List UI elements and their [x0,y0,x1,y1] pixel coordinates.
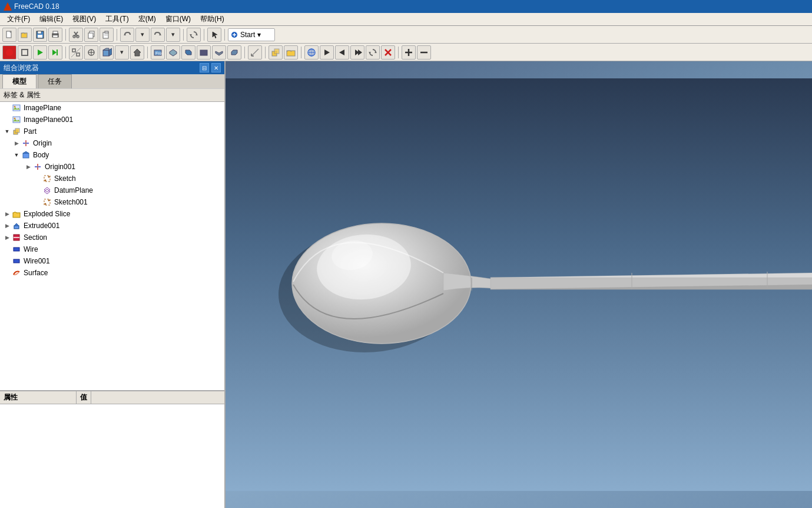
top-view-button[interactable] [166,45,180,60]
svg-point-89 [45,203,47,205]
props-col-value: 值 [77,391,91,404]
pin-button[interactable]: ⊟ [200,63,209,72]
origin001-icon [33,162,42,171]
menu-view[interactable]: 视图(V) [68,13,101,25]
left-view-button[interactable] [227,45,241,60]
home-view-button[interactable] [130,45,144,60]
menu-file[interactable]: 文件(F) [2,13,35,25]
redo-dropdown[interactable]: ▾ [166,28,180,42]
part-button[interactable] [269,45,283,60]
menu-edit[interactable]: 编辑(E) [35,13,68,25]
extrude-arrow[interactable]: ▶ [2,221,12,230]
separator [65,29,66,41]
folder-button[interactable] [284,45,298,60]
close-panel-button[interactable]: ✕ [211,63,221,72]
nav-refresh-button[interactable] [366,45,380,60]
undo-dropdown[interactable]: ▾ [135,28,150,42]
menu-tools[interactable]: 工具(T) [101,13,133,25]
svg-rect-4 [38,31,41,34]
separator3 [183,29,184,41]
tree-label-datumplane: DatumPlane [54,186,93,194]
cut-button[interactable] [69,28,83,42]
nav-next-button[interactable] [350,45,364,60]
paste-button[interactable] [100,28,114,42]
sep-t2-1 [65,47,66,58]
menu-bar: 文件(F) 编辑(E) 视图(V) 工具(T) 宏(M) 窗口(W) 帮助(H) [0,13,812,26]
svg-rect-97 [14,248,19,251]
3dview-button[interactable] [100,45,114,60]
tree-item-sketch001[interactable]: ▶ Sketch001 [0,196,224,208]
tree-item-section[interactable]: ▶ Section [0,232,224,243]
tree-item-wire001[interactable]: ▶ Wire001 [0,255,224,267]
section-arrow[interactable]: ▶ [2,233,12,242]
tree-item-origin[interactable]: ▶ Origin [0,137,224,149]
part-icon [12,127,21,136]
menu-help[interactable]: 帮助(H) [195,13,229,25]
fit-sel-button[interactable] [84,45,98,60]
part-arrow[interactable]: ▼ [2,127,12,136]
tree-item-sketch[interactable]: ▶ Sketch [0,173,224,184]
open-button[interactable] [18,28,32,42]
workbench-label: Start [240,31,255,39]
tab-model[interactable]: 模型 [2,74,37,88]
right-view-button[interactable] [181,45,195,60]
tree-item-body[interactable]: ▼ Body [0,149,224,161]
new-button[interactable] [2,28,16,42]
zoom-in-button[interactable] [402,45,416,60]
menu-window[interactable]: 窗口(W) [161,13,195,25]
workbench-dropdown[interactable]: Start ▾ [228,28,275,41]
refresh-button[interactable] [187,28,201,42]
tree-label-sketch001: Sketch001 [54,198,88,206]
exploded-arrow[interactable]: ▶ [2,209,12,219]
tree-label-sketch: Sketch [54,174,76,183]
pointer-button[interactable] [207,28,221,42]
tree-label-wire: Wire [24,245,38,253]
zoom-out-button[interactable] [417,45,431,60]
tree-item-extrude001[interactable]: ▶ Extrude001 [0,220,224,232]
save-button[interactable] [33,28,47,42]
bottom-view-button[interactable] [212,45,226,60]
svg-marker-41 [170,50,177,56]
origin001-arrow[interactable]: ▶ [24,162,33,171]
web-button[interactable] [304,45,319,60]
view-dropdown[interactable]: ▾ [115,45,129,60]
tree-item-wire[interactable]: ▶ Wire [0,243,224,255]
measure-button[interactable] [248,45,262,60]
forward-button[interactable] [48,45,62,60]
nav-back-button[interactable] [335,45,349,60]
tree-label-origin001: Origin001 [45,163,75,171]
tree-item-imageplane[interactable]: ▶ ImagePlane [0,102,224,114]
back-view-button[interactable] [197,45,211,60]
undo-button[interactable] [120,28,134,42]
tree-item-exploded-slice[interactable]: ▶ Exploded Slice [0,208,224,220]
tree-label-surface: Surface [24,269,48,277]
copy-button[interactable] [84,28,98,42]
play-button[interactable] [33,45,47,60]
menu-macro[interactable]: 宏(M) [134,13,161,25]
svg-rect-29 [72,49,75,52]
tab-tasks[interactable]: 任务 [38,74,72,88]
nav-stop-button[interactable] [381,45,395,60]
tree-item-surface[interactable]: ▶ Surface [0,267,224,279]
origin-arrow[interactable]: ▶ [12,138,21,148]
svg-point-77 [25,143,27,144]
stop-button[interactable] [2,45,16,60]
body-arrow[interactable]: ▼ [12,150,21,160]
svg-rect-50 [274,49,279,54]
tree-item-datumplane[interactable]: ▶ DatumPlane [0,184,224,196]
redo-button[interactable] [151,28,165,42]
svg-rect-30 [77,53,79,56]
svg-marker-22 [190,34,192,36]
box-button[interactable] [18,45,32,60]
svg-rect-35 [103,50,109,56]
tree-item-imageplane001[interactable]: ▶ ImagePlane001 [0,114,224,126]
tree-item-origin001[interactable]: ▶ Origin001 [0,161,224,173]
nav-forward-button[interactable] [320,45,334,60]
fit-all-button[interactable] [69,45,83,60]
3d-viewport[interactable] [226,61,812,508]
front-view-button[interactable]: Front [151,45,165,60]
tree-view[interactable]: ▶ ImagePlane ▶ ImagePlane001 ▼ [0,102,224,390]
print-button[interactable] [48,28,62,42]
tree-item-part[interactable]: ▼ Part [0,126,224,137]
svg-rect-92 [14,226,19,229]
